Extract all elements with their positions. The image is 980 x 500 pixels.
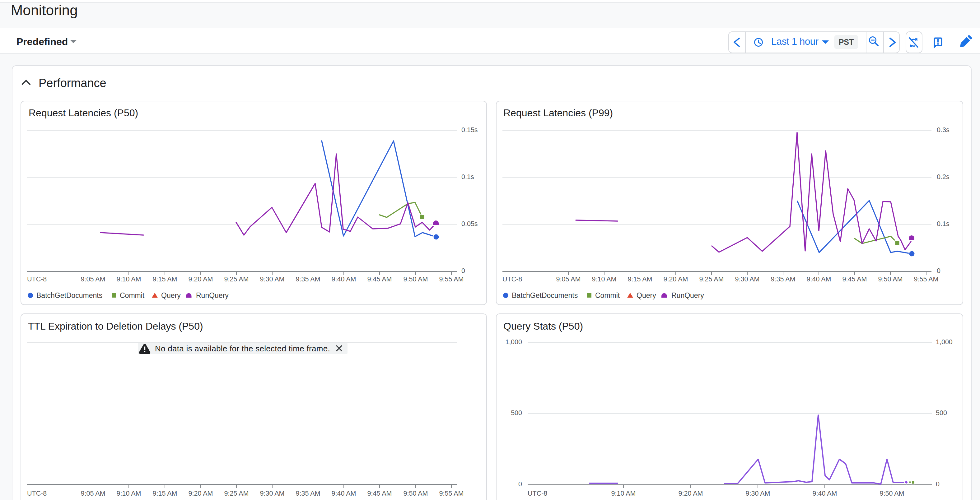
svg-text:9:30 AM: 9:30 AM: [260, 276, 285, 283]
svg-text:9:55 AM: 9:55 AM: [439, 276, 464, 283]
svg-text:9:05 AM: 9:05 AM: [81, 276, 105, 283]
svg-text:9:25 AM: 9:25 AM: [224, 490, 249, 497]
svg-text:UTC-8: UTC-8: [503, 276, 522, 283]
svg-text:9:45 AM: 9:45 AM: [843, 276, 867, 283]
svg-text:0: 0: [461, 267, 465, 275]
svg-text:0: 0: [936, 480, 940, 488]
svg-text:9:55 AM: 9:55 AM: [914, 276, 939, 283]
svg-text:0: 0: [937, 267, 940, 275]
svg-text:0: 0: [518, 480, 522, 488]
svg-text:500: 500: [936, 409, 947, 417]
svg-text:UTC-8: UTC-8: [27, 276, 47, 283]
svg-text:9:40 AM: 9:40 AM: [813, 490, 837, 497]
svg-text:9:05 AM: 9:05 AM: [81, 490, 105, 497]
svg-text:0.1s: 0.1s: [937, 220, 950, 228]
svg-text:9:35 AM: 9:35 AM: [296, 490, 320, 497]
svg-text:9:15 AM: 9:15 AM: [153, 276, 177, 283]
svg-text:9:15 AM: 9:15 AM: [153, 490, 177, 497]
svg-text:0.05s: 0.05s: [461, 220, 478, 228]
svg-text:9:20 AM: 9:20 AM: [189, 276, 213, 283]
svg-text:9:20 AM: 9:20 AM: [663, 276, 688, 283]
svg-text:RunQuery: RunQuery: [196, 291, 229, 300]
svg-text:RunQuery: RunQuery: [671, 291, 704, 300]
svg-text:Query: Query: [161, 291, 181, 300]
svg-text:1,000: 1,000: [505, 338, 522, 346]
svg-text:0.3s: 0.3s: [937, 126, 950, 134]
svg-text:500: 500: [511, 409, 522, 417]
svg-text:0.2s: 0.2s: [937, 173, 950, 181]
svg-text:9:30 AM: 9:30 AM: [735, 276, 760, 283]
svg-text:9:55 AM: 9:55 AM: [439, 490, 464, 497]
svg-text:9:10 AM: 9:10 AM: [117, 276, 141, 283]
svg-text:9:50 AM: 9:50 AM: [878, 276, 903, 283]
svg-text:9:25 AM: 9:25 AM: [224, 276, 249, 283]
svg-text:BatchGetDocuments: BatchGetDocuments: [512, 291, 578, 300]
svg-text:0.15s: 0.15s: [461, 126, 478, 134]
svg-text:UTC-8: UTC-8: [27, 490, 47, 497]
svg-text:9:20 AM: 9:20 AM: [189, 490, 213, 497]
svg-text:9:40 AM: 9:40 AM: [332, 276, 356, 283]
svg-text:9:40 AM: 9:40 AM: [332, 490, 356, 497]
svg-text:9:35 AM: 9:35 AM: [296, 276, 320, 283]
svg-text:9:45 AM: 9:45 AM: [368, 490, 392, 497]
svg-text:9:05 AM: 9:05 AM: [556, 276, 581, 283]
svg-text:9:30 AM: 9:30 AM: [260, 490, 285, 497]
svg-text:BatchGetDocuments: BatchGetDocuments: [37, 291, 102, 300]
svg-text:9:10 AM: 9:10 AM: [592, 276, 617, 283]
svg-text:9:40 AM: 9:40 AM: [807, 276, 831, 283]
svg-text:9:20 AM: 9:20 AM: [679, 490, 703, 497]
svg-text:9:35 AM: 9:35 AM: [771, 276, 795, 283]
svg-text:9:15 AM: 9:15 AM: [628, 276, 652, 283]
svg-text:Commit: Commit: [120, 291, 145, 300]
svg-text:9:50 AM: 9:50 AM: [880, 490, 904, 497]
svg-text:UTC-8: UTC-8: [528, 490, 547, 497]
svg-text:0.1s: 0.1s: [461, 173, 474, 181]
svg-text:9:10 AM: 9:10 AM: [611, 490, 636, 497]
svg-text:9:25 AM: 9:25 AM: [699, 276, 724, 283]
svg-text:9:45 AM: 9:45 AM: [368, 276, 392, 283]
svg-text:Commit: Commit: [595, 291, 620, 300]
svg-text:Query: Query: [636, 291, 656, 300]
svg-text:9:10 AM: 9:10 AM: [117, 490, 141, 497]
svg-text:9:30 AM: 9:30 AM: [746, 490, 770, 497]
svg-text:1,000: 1,000: [936, 338, 953, 346]
svg-text:9:50 AM: 9:50 AM: [404, 490, 428, 497]
svg-text:9:50 AM: 9:50 AM: [404, 276, 428, 283]
